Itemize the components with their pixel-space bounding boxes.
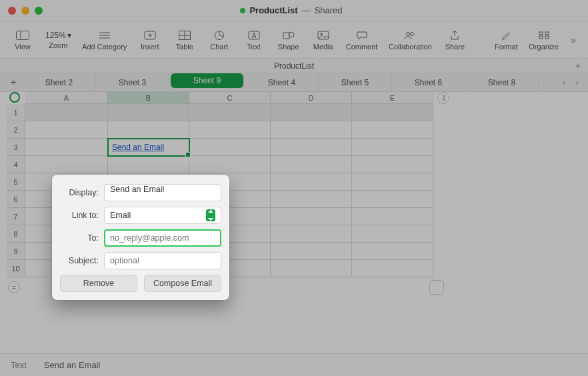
cell[interactable] — [25, 139, 108, 156]
cell[interactable] — [352, 156, 433, 173]
column-header[interactable]: A — [25, 92, 108, 104]
organize-icon — [537, 29, 551, 41]
add-column-handle[interactable]: ‖ — [437, 92, 449, 104]
organize-button[interactable]: Organize — [525, 28, 563, 52]
cell[interactable] — [271, 208, 352, 225]
document-tab-strip: ProductList ＋ — [0, 59, 588, 73]
row-header[interactable]: 4 — [7, 156, 25, 173]
cell[interactable] — [352, 225, 433, 243]
format-button[interactable]: Format — [490, 28, 522, 52]
chart-button[interactable]: Chart — [203, 28, 235, 52]
sheet-tab[interactable]: Sheet 8 — [465, 73, 539, 92]
close-window-button[interactable] — [8, 7, 16, 15]
shape-icon — [281, 29, 296, 41]
add-category-button[interactable]: Add Category — [78, 28, 131, 52]
cell[interactable] — [352, 191, 433, 208]
cell[interactable] — [25, 104, 108, 121]
cell[interactable] — [352, 260, 433, 277]
cell[interactable] — [189, 156, 271, 173]
cell[interactable] — [271, 173, 352, 191]
row-header[interactable]: 1 — [7, 104, 25, 121]
share-button[interactable]: Share — [439, 28, 471, 52]
cell[interactable] — [352, 139, 433, 156]
cell[interactable] — [352, 121, 433, 139]
add-sheet-button[interactable]: ＋ — [4, 75, 23, 89]
comment-label: Comment — [346, 43, 378, 51]
sheet-nav-prev[interactable]: ‹ — [557, 77, 571, 87]
cell[interactable] — [271, 191, 352, 208]
linkto-select[interactable]: Email — [104, 207, 221, 224]
cell[interactable] — [352, 104, 433, 121]
cell[interactable] — [271, 225, 352, 243]
row-header[interactable]: 10 — [7, 260, 25, 277]
select-all-handle[interactable] — [9, 92, 20, 103]
cell[interactable] — [271, 156, 352, 173]
select-stepper-icon — [206, 209, 215, 221]
cell[interactable] — [189, 121, 271, 139]
shape-label: Shape — [278, 43, 299, 51]
column-header[interactable]: C — [189, 92, 271, 104]
svg-rect-20 — [539, 32, 543, 35]
table-button[interactable]: Table — [169, 28, 201, 52]
toolbar-overflow-button[interactable]: » — [565, 33, 581, 47]
cell[interactable]: Send an Email — [108, 139, 189, 156]
collaboration-button[interactable]: Collaboration — [384, 28, 436, 52]
svg-rect-23 — [545, 36, 549, 39]
cell[interactable] — [189, 139, 271, 156]
sheet-tab[interactable]: Sheet 5 — [319, 73, 392, 92]
cell[interactable] — [108, 121, 189, 139]
sheet-tab[interactable]: Sheet 3 — [96, 73, 169, 92]
cell[interactable] — [25, 156, 108, 173]
table-resize-handle[interactable] — [429, 280, 444, 295]
view-button[interactable]: View — [7, 28, 39, 52]
cell[interactable] — [271, 104, 352, 121]
compose-email-button[interactable]: Compose Email — [144, 275, 221, 292]
subject-field[interactable] — [104, 252, 221, 269]
cell[interactable] — [352, 208, 433, 225]
document-tab[interactable]: ProductList — [274, 61, 314, 71]
cell[interactable] — [25, 121, 108, 139]
fullscreen-window-button[interactable] — [35, 7, 43, 15]
media-button[interactable]: Media — [307, 28, 339, 52]
subject-label: Subject: — [60, 256, 99, 265]
cell[interactable] — [108, 104, 189, 121]
row-header[interactable]: 3 — [7, 139, 25, 156]
row-header[interactable]: 9 — [7, 243, 25, 260]
cell[interactable] — [352, 173, 433, 191]
row-header[interactable]: 7 — [7, 208, 25, 225]
minimize-window-button[interactable] — [21, 7, 29, 15]
column-header[interactable]: B — [108, 92, 189, 104]
cell[interactable] — [271, 243, 352, 260]
sheet-tab[interactable]: Sheet 6 — [392, 73, 465, 92]
cell-value-display: Send an Email — [44, 360, 101, 370]
share-icon — [447, 29, 462, 41]
add-row-handle[interactable]: = — [8, 281, 20, 293]
sheet-tab[interactable]: Sheet 2 — [23, 73, 96, 92]
comment-button[interactable]: Comment — [342, 28, 382, 52]
cell[interactable] — [352, 243, 433, 260]
cell-hyperlink[interactable]: Send an Email — [112, 143, 164, 152]
chart-label: Chart — [210, 43, 228, 51]
row-header[interactable]: 2 — [7, 121, 25, 139]
insert-button[interactable]: Insert — [134, 28, 166, 52]
row-header[interactable]: 5 — [7, 173, 25, 191]
display-field[interactable]: Send an Email — [104, 184, 221, 201]
row-header[interactable]: 8 — [7, 225, 25, 243]
to-field[interactable] — [104, 229, 221, 247]
cell[interactable] — [271, 139, 352, 156]
zoom-button[interactable]: 125%▾ Zoom — [41, 29, 75, 51]
sheet-tab[interactable]: Sheet 9 — [171, 73, 244, 88]
shape-button[interactable]: Shape — [273, 28, 305, 52]
text-button[interactable]: A Text — [238, 28, 270, 52]
cell[interactable] — [271, 121, 352, 139]
remove-link-button[interactable]: Remove — [60, 275, 137, 292]
sheet-nav-next[interactable]: › — [571, 77, 584, 87]
sheet-tab[interactable]: Sheet 4 — [245, 73, 319, 92]
display-label: Display: — [60, 188, 99, 197]
cell[interactable] — [271, 260, 352, 277]
column-header[interactable]: E — [352, 92, 433, 104]
cell[interactable] — [189, 104, 271, 121]
column-header[interactable]: D — [271, 92, 352, 104]
row-header[interactable]: 6 — [7, 191, 25, 208]
add-document-tab-button[interactable]: ＋ — [572, 60, 584, 72]
